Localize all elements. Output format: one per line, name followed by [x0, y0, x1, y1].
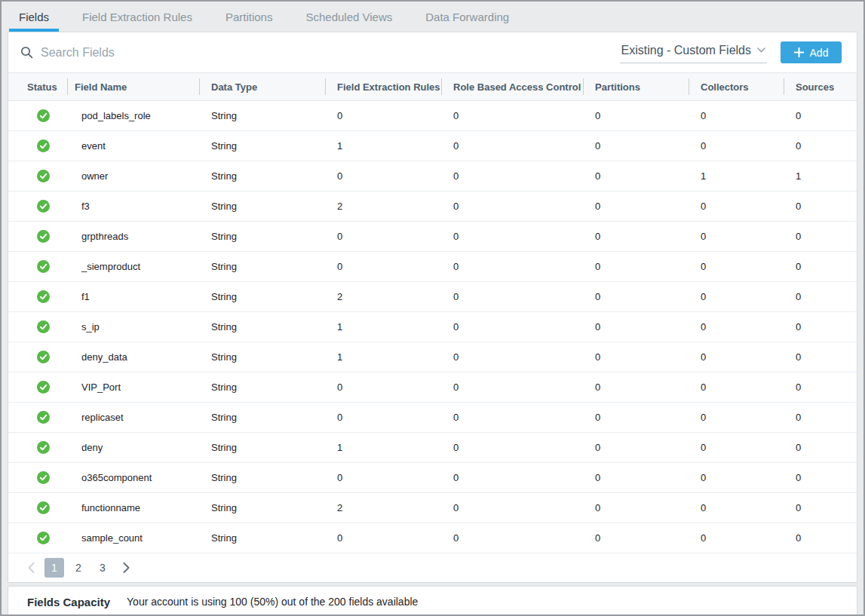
previous-page-button[interactable] [22, 558, 40, 578]
cell-field-name: pod_labels_role [67, 101, 199, 130]
search-icon [20, 46, 33, 59]
cell-sources: 0 [784, 222, 857, 251]
cell-sources: 0 [784, 131, 857, 161]
cell-data-type: String [199, 372, 325, 402]
status-enabled-icon [37, 260, 50, 273]
status-enabled-icon [37, 109, 50, 122]
col-header-collectors: Collectors [689, 73, 784, 100]
table-row[interactable]: deny_dataString10000 [8, 342, 857, 372]
status-enabled-icon [37, 290, 50, 303]
cell-field-name: f1 [67, 282, 199, 311]
cell-partitions: 0 [583, 222, 689, 251]
add-button-label: Add [810, 47, 829, 59]
cell-collectors: 0 [689, 523, 784, 553]
cell-field-name: _siemproduct [67, 252, 199, 281]
cell-sources: 0 [784, 372, 857, 402]
status-enabled-icon [37, 381, 50, 394]
cell-collectors: 0 [689, 252, 784, 281]
field-type-dropdown[interactable]: Existing - Custom Fields [620, 42, 768, 63]
table-row[interactable]: pod_labels_roleString00000 [8, 101, 857, 131]
cell-field-extraction-rules: 1 [325, 342, 441, 372]
cell-status [8, 403, 67, 432]
cell-field-extraction-rules: 1 [325, 131, 441, 161]
cell-data-type: String [199, 493, 325, 523]
fields-capacity-text: Your account is using 100 (50%) out of t… [127, 596, 418, 608]
cell-collectors: 0 [689, 282, 784, 311]
cell-collectors: 0 [689, 101, 784, 130]
cell-role-based-access-control: 0 [441, 463, 583, 492]
cell-role-based-access-control: 0 [441, 252, 583, 281]
table-row[interactable]: grpthreadsString00000 [8, 222, 857, 252]
cell-field-name: functionname [67, 493, 199, 523]
table-row[interactable]: replicasetString00000 [8, 403, 857, 433]
cell-sources: 0 [784, 433, 857, 462]
tab-fields[interactable]: Fields [9, 2, 59, 32]
status-enabled-icon [37, 139, 50, 152]
cell-partitions: 0 [583, 312, 689, 342]
status-enabled-icon [37, 532, 50, 544]
add-field-button[interactable]: Add [781, 41, 842, 63]
table-row[interactable]: functionnameString20000 [8, 493, 857, 523]
page-button-3[interactable]: 3 [93, 558, 112, 578]
table-row[interactable]: VIP_PortString00000 [8, 372, 857, 403]
cell-role-based-access-control: 0 [441, 523, 583, 553]
cell-collectors: 0 [689, 493, 784, 523]
cell-collectors: 0 [689, 222, 784, 251]
tab-bar: FieldsField Extraction RulesPartitionsSc… [2, 2, 863, 32]
table-row[interactable]: eventString10000 [8, 131, 857, 161]
table-body: pod_labels_roleString00000eventString100… [8, 101, 857, 553]
tab-scheduled-views[interactable]: Scheduled Views [296, 2, 402, 32]
cell-field-name: grpthreads [67, 222, 199, 251]
status-enabled-icon [37, 471, 50, 484]
cell-partitions: 0 [583, 192, 689, 221]
tab-data-forwarding[interactable]: Data Forwarding [416, 2, 519, 32]
col-header-sources: Sources [784, 73, 857, 100]
cell-field-extraction-rules: 0 [325, 372, 441, 402]
cell-status [8, 493, 67, 523]
table-row[interactable]: sample_countString00000 [8, 523, 857, 553]
page-button-2[interactable]: 2 [69, 558, 88, 578]
page-button-1[interactable]: 1 [44, 558, 64, 578]
table-row[interactable]: o365componentString00000 [8, 463, 857, 493]
status-enabled-icon [37, 501, 50, 514]
cell-status [8, 101, 67, 130]
cell-collectors: 0 [689, 372, 784, 402]
tab-field-extraction-rules[interactable]: Field Extraction Rules [72, 2, 202, 32]
cell-field-name: owner [67, 161, 199, 191]
cell-sources: 0 [784, 101, 857, 130]
cell-status [8, 131, 67, 161]
cell-field-extraction-rules: 0 [325, 222, 441, 251]
cell-partitions: 0 [583, 433, 689, 462]
cell-field-name: deny [67, 433, 199, 462]
tab-partitions[interactable]: Partitions [216, 2, 283, 32]
cell-data-type: String [199, 161, 325, 191]
search-input[interactable] [41, 46, 620, 60]
toolbar: Existing - Custom Fields Add [8, 32, 857, 72]
table-row[interactable]: f1String20000 [8, 282, 857, 312]
col-header-role-based-access-control: Role Based Access Control [441, 73, 583, 100]
cell-collectors: 0 [689, 131, 784, 161]
table-row[interactable]: s_ipString10000 [8, 312, 857, 342]
cell-sources: 0 [784, 282, 857, 311]
table-row[interactable]: _siemproductString00000 [8, 252, 857, 282]
cell-field-extraction-rules: 1 [325, 312, 441, 342]
cell-data-type: String [199, 433, 325, 462]
cell-field-extraction-rules: 0 [325, 523, 441, 553]
cell-status [8, 312, 67, 342]
cell-field-extraction-rules: 0 [325, 101, 441, 130]
cell-data-type: String [199, 192, 325, 221]
cell-data-type: String [199, 222, 325, 251]
cell-collectors: 0 [689, 342, 784, 372]
table-row[interactable]: ownerString00011 [8, 161, 857, 192]
cell-field-name: s_ip [67, 312, 199, 342]
cell-collectors: 1 [689, 161, 784, 191]
cell-data-type: String [199, 342, 325, 372]
table-row[interactable]: denyString10000 [8, 433, 857, 463]
cell-partitions: 0 [583, 282, 689, 311]
cell-status [8, 252, 67, 281]
cell-status [8, 433, 67, 462]
table-row[interactable]: f3String20000 [8, 192, 857, 222]
next-page-button[interactable] [117, 558, 135, 578]
cell-role-based-access-control: 0 [441, 282, 583, 311]
cell-partitions: 0 [583, 493, 689, 523]
